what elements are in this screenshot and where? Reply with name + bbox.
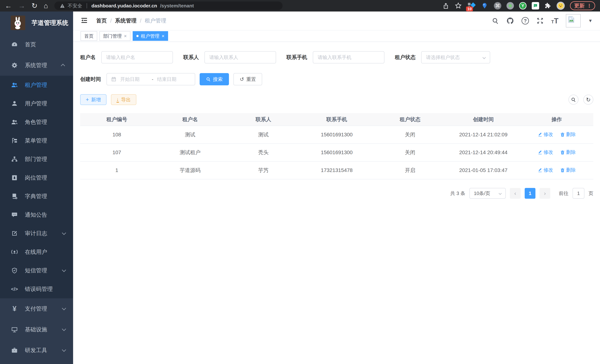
help-icon[interactable]: ? xyxy=(522,17,529,25)
trash-icon xyxy=(560,150,565,155)
font-size-icon[interactable]: TT xyxy=(551,17,558,25)
profile-avatar-icon[interactable] xyxy=(557,2,565,10)
breadcrumb-home[interactable]: 首页 xyxy=(96,17,107,25)
dashboard-icon xyxy=(10,41,19,48)
delete-action[interactable]: 删除 xyxy=(560,149,576,156)
add-label: 新增 xyxy=(91,96,101,103)
reset-button[interactable]: ↺ 重置 xyxy=(233,73,262,85)
avatar-caret-down-icon[interactable]: ▼ xyxy=(588,18,593,23)
sidebar-item-menu[interactable]: 菜单管理 xyxy=(0,131,73,150)
col-phone: 联系手机 xyxy=(300,113,373,126)
header-search-icon[interactable] xyxy=(492,17,499,24)
sidebar-item-online-user[interactable]: 在线用户 xyxy=(0,243,73,261)
prev-page-button[interactable]: ‹ xyxy=(510,188,521,199)
bookmark-star-icon[interactable] xyxy=(455,2,462,9)
sidebar-item-tenant[interactable]: 租户管理 xyxy=(0,76,73,94)
delete-action[interactable]: 删除 xyxy=(560,167,576,173)
refresh-button[interactable]: ↻ xyxy=(583,95,593,105)
menu-label: 菜单管理 xyxy=(25,137,47,145)
tab-home[interactable]: 首页 xyxy=(81,31,97,41)
breadcrumb-system[interactable]: 系统管理 xyxy=(115,17,137,25)
browser-home-icon[interactable]: ⌂ xyxy=(44,2,48,10)
goto-page-input[interactable] xyxy=(572,188,584,199)
edit-action[interactable]: 修改 xyxy=(538,149,553,156)
sidebar-item-infra[interactable]: 基础设施 xyxy=(0,319,73,340)
menu-label: 租户管理 xyxy=(25,81,47,89)
edit-action[interactable]: 修改 xyxy=(538,131,553,138)
tenant-name-input[interactable] xyxy=(101,51,173,64)
sidebar-item-pay[interactable]: ¥ 支付管理 xyxy=(0,298,73,319)
extension-y-icon[interactable]: Y xyxy=(519,2,526,9)
tab-close-icon[interactable]: × xyxy=(162,33,164,39)
date-end-placeholder: 结束日期 xyxy=(157,76,185,83)
next-page-button[interactable]: › xyxy=(540,188,550,199)
sidebar-item-role[interactable]: 角色管理 xyxy=(0,113,73,131)
extension-badge: 10 xyxy=(466,7,473,11)
page-number-1[interactable]: 1 xyxy=(525,188,535,199)
delete-action[interactable]: 删除 xyxy=(560,131,576,138)
page-size-select[interactable]: 10条/页 xyxy=(469,188,506,199)
sidebar-item-dev-tools[interactable]: 研发工具 xyxy=(0,340,73,361)
user-icon xyxy=(10,100,19,107)
chevron-down-icon xyxy=(62,306,66,310)
share-icon[interactable] xyxy=(442,2,449,9)
cell-name: 测试 xyxy=(153,126,227,144)
sidebar-item-user[interactable]: 用户管理 xyxy=(0,94,73,113)
export-button[interactable]: ↓ 导出 xyxy=(111,94,136,105)
tab-dept[interactable]: 部门管理 × xyxy=(99,31,131,41)
chevron-down-icon xyxy=(62,268,66,272)
extensions-puzzle-icon[interactable] xyxy=(544,2,551,9)
menu-label: 在线用户 xyxy=(25,248,47,256)
col-actions: 操作 xyxy=(520,113,593,126)
sidebar-item-home[interactable]: 首页 xyxy=(0,34,73,55)
breadcrumb-current: 租户管理 xyxy=(145,17,166,25)
chrome-update-button[interactable]: 更新 ⋮ xyxy=(570,1,595,10)
extension-command-icon[interactable]: ⌘ xyxy=(494,2,501,9)
contact-input[interactable] xyxy=(205,51,276,64)
browser-forward-icon[interactable]: → xyxy=(18,2,25,10)
code-icon: </> xyxy=(10,286,19,292)
browser-back-icon[interactable]: ← xyxy=(5,2,12,10)
extension-balloon-icon[interactable] xyxy=(480,2,489,10)
add-button[interactable]: + 新增 xyxy=(80,94,106,105)
cell-created: 2021-12-14 20:49:44 xyxy=(447,144,520,161)
edit-action[interactable]: 修改 xyxy=(538,167,553,173)
cell-contact: 秃头 xyxy=(227,144,300,161)
sidebar-collapse-icon[interactable] xyxy=(81,17,88,25)
app-logo-row: 芋道管理系统 xyxy=(0,11,73,34)
user-avatar[interactable] xyxy=(566,14,581,28)
browser-reload-icon[interactable]: ↻ xyxy=(32,2,38,10)
chevron-down-icon xyxy=(499,192,502,195)
cell-contact: 测试 xyxy=(227,126,300,144)
sidebar-item-system[interactable]: 系统管理 xyxy=(0,55,73,76)
contact-label: 联系人 xyxy=(183,54,199,61)
trash-icon xyxy=(560,132,565,137)
tab-tenant-active[interactable]: 租户管理 × xyxy=(133,31,168,41)
sidebar-item-post[interactable]: 岗位管理 xyxy=(0,168,73,187)
address-bar[interactable]: 不安全 dashboard.yudao.iocoder.cn/system/te… xyxy=(54,1,282,10)
browser-menu-icon[interactable]: ⋮ xyxy=(587,3,592,9)
hide-search-button[interactable] xyxy=(568,95,579,105)
sidebar-item-sms[interactable]: 短信管理 xyxy=(0,261,73,280)
date-range-picker[interactable]: 开始日期 - 结束日期 xyxy=(106,73,195,85)
phone-input[interactable] xyxy=(313,51,384,64)
sidebar-item-dept[interactable]: 部门管理 xyxy=(0,150,73,168)
extension-chat-icon[interactable] xyxy=(532,2,539,9)
fullscreen-icon[interactable] xyxy=(536,17,544,25)
status-select[interactable]: 请选择租户状态 xyxy=(421,51,490,64)
github-icon[interactable] xyxy=(506,17,514,25)
gear-icon xyxy=(10,62,19,69)
tab-close-icon[interactable]: × xyxy=(124,33,127,39)
download-icon: ↓ xyxy=(116,97,119,103)
search-button[interactable]: 搜索 xyxy=(200,73,229,85)
extension-green-dot-icon[interactable] xyxy=(506,2,514,9)
extension-sketch-icon[interactable]: 10 xyxy=(467,2,475,10)
sidebar-item-notice[interactable]: 通知公告 xyxy=(0,205,73,224)
sidebar-item-dict[interactable]: 字典管理 xyxy=(0,187,73,205)
edit-icon xyxy=(538,168,543,173)
cell-phone: 15601691300 xyxy=(300,144,373,161)
cell-status: 关闭 xyxy=(374,126,447,144)
calendar-icon xyxy=(111,76,116,82)
sidebar-item-error-code[interactable]: </> 错误码管理 xyxy=(0,280,73,298)
sidebar-item-audit-log[interactable]: 审计日志 xyxy=(0,224,73,243)
